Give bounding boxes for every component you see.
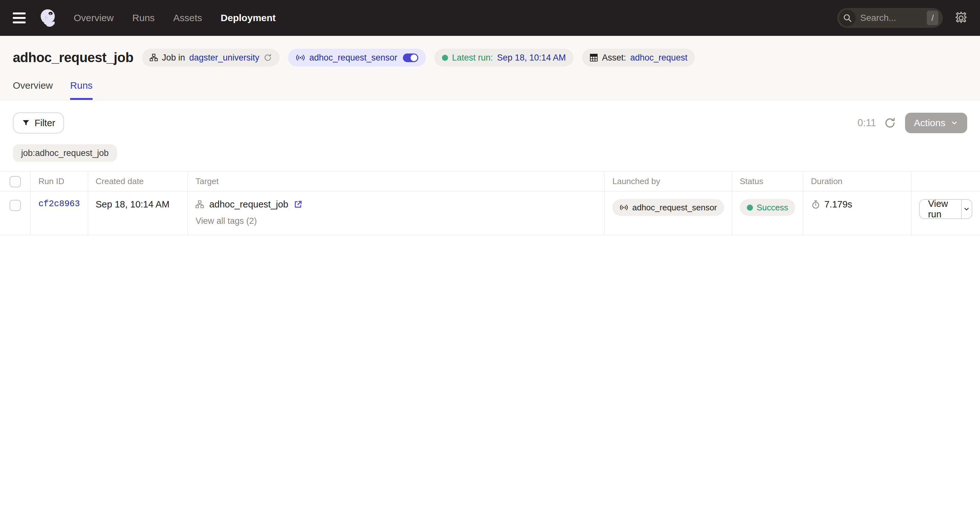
top-nav-bar: Overview Runs Assets Deployment / (0, 0, 980, 36)
search-icon (839, 10, 856, 26)
latest-run-label: Latest run: (452, 53, 493, 63)
job-location-tag: Job in dagster_university (142, 49, 280, 67)
column-header-target: Target (188, 172, 605, 191)
search-box[interactable]: / (837, 8, 943, 28)
settings-gear-icon[interactable] (954, 11, 969, 25)
column-header-created-date: Created date (88, 172, 188, 191)
table-row: cf2c8963 Sep 18, 10:14 AM adhoc_reque (0, 191, 980, 235)
duration-value: 7.179s (824, 199, 852, 210)
sensor-icon (296, 54, 305, 62)
nav-links: Overview Runs Assets Deployment (74, 13, 276, 23)
view-run-button[interactable]: View run (920, 200, 961, 218)
nav-item-assets[interactable]: Assets (173, 13, 202, 23)
tabs: Overview Runs (13, 80, 967, 100)
view-run-split-button: View run (919, 199, 972, 219)
target-job-name: adhoc_request_job (209, 199, 288, 210)
filter-button-label: Filter (35, 118, 55, 129)
table-header-row: Run ID Created date Target Launched by S… (0, 172, 980, 191)
actions-button[interactable]: Actions (905, 113, 967, 133)
latest-run-link[interactable]: Sep 18, 10:14 AM (497, 53, 566, 63)
job-graph-icon (150, 54, 158, 62)
row-checkbox[interactable] (10, 200, 21, 211)
select-all-checkbox[interactable] (10, 176, 21, 187)
column-header-duration: Duration (803, 172, 912, 191)
sensor-tag: adhoc_request_sensor (288, 49, 426, 67)
view-run-dropdown-caret[interactable] (961, 200, 972, 218)
job-filter-chip[interactable]: job:adhoc_request_job (13, 145, 117, 162)
nav-item-overview[interactable]: Overview (74, 13, 114, 23)
job-graph-icon (196, 200, 204, 209)
page-title: adhoc_request_job (13, 50, 134, 65)
launched-by-tag[interactable]: adhoc_request_sensor (612, 199, 724, 216)
actions-button-label: Actions (914, 118, 945, 129)
view-all-tags-link[interactable]: View all tags (2) (196, 216, 257, 226)
launched-by-value: adhoc_request_sensor (632, 203, 717, 213)
asset-tag-label: Asset: (602, 53, 626, 63)
column-header-run-id: Run ID (30, 172, 88, 191)
sensor-link[interactable]: adhoc_request_sensor (309, 53, 398, 63)
reload-location-icon[interactable] (264, 54, 272, 62)
search-input[interactable] (860, 13, 922, 23)
page-header: adhoc_request_job Job in dagster_univers… (0, 36, 980, 100)
asset-grid-icon (590, 54, 598, 62)
job-tag-prefix: Job in (162, 53, 185, 63)
hamburger-menu-icon[interactable] (13, 13, 25, 23)
tab-runs[interactable]: Runs (70, 80, 92, 100)
tab-overview[interactable]: Overview (13, 80, 53, 100)
run-id-link[interactable]: cf2c8963 (38, 199, 80, 209)
sensor-icon (619, 204, 628, 211)
asset-link[interactable]: adhoc_request (630, 53, 687, 63)
code-location-link[interactable]: dagster_university (189, 53, 259, 63)
timer-icon (811, 200, 821, 210)
runs-table: Run ID Created date Target Launched by S… (0, 171, 980, 235)
created-date-value: Sep 18, 10:14 AM (96, 199, 170, 210)
run-status-dot (442, 55, 448, 61)
active-filters-row: job:adhoc_request_job (0, 145, 980, 171)
chevron-down-icon (951, 119, 958, 127)
search-shortcut-badge: / (927, 11, 939, 25)
refresh-countdown: 0:11 (858, 117, 876, 129)
dagster-logo[interactable] (38, 8, 58, 28)
column-header-status: Status (732, 172, 803, 191)
filter-funnel-icon (22, 119, 30, 127)
status-badge: Success (740, 199, 795, 216)
status-dot (747, 205, 753, 211)
asset-tag: Asset: adhoc_request (582, 49, 695, 67)
filter-button[interactable]: Filter (13, 112, 64, 134)
nav-item-runs[interactable]: Runs (132, 13, 155, 23)
runs-toolbar: Filter 0:11 Actions (0, 100, 980, 145)
status-value: Success (757, 203, 788, 213)
open-in-new-icon[interactable] (293, 200, 303, 209)
refresh-icon[interactable] (884, 117, 896, 129)
sensor-toggle[interactable] (403, 54, 418, 62)
latest-run-tag: Latest run: Sep 18, 10:14 AM (434, 49, 574, 67)
nav-item-deployment[interactable]: Deployment (221, 13, 276, 23)
column-header-launched-by: Launched by (605, 172, 732, 191)
